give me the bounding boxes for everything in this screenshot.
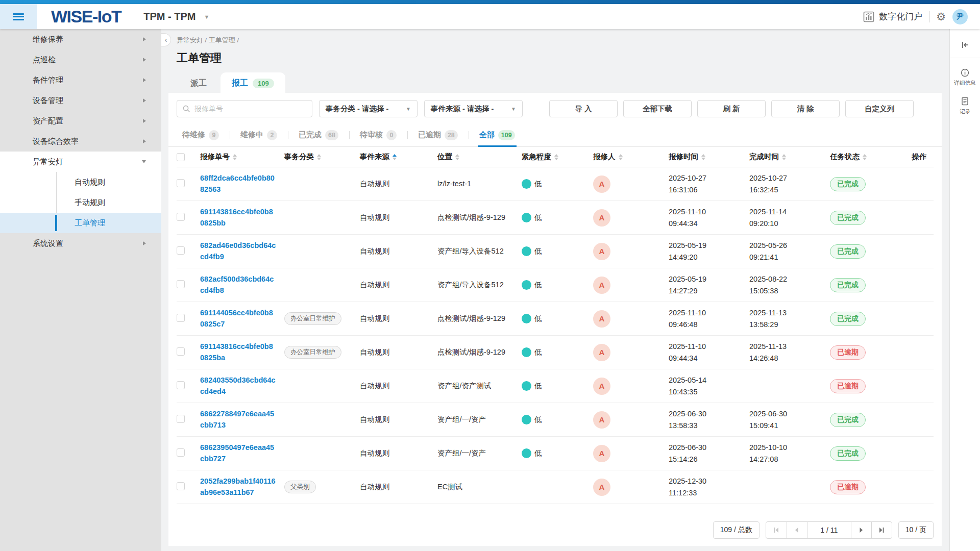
menu-toggle-button[interactable] [0, 4, 37, 29]
urgency-label: 低 [534, 381, 542, 391]
reporter-avatar: A [593, 378, 610, 395]
filter-toolbar: 事务分类 - 请选择 - ▼ 事件来源 - 请选择 - ▼ 导 入 全部下载 刷… [168, 93, 942, 123]
urgency-cell: 低 [522, 314, 593, 323]
chevron-right-icon [143, 98, 146, 103]
tab-report[interactable]: 报工 109 [220, 72, 285, 94]
row-checkbox[interactable] [177, 415, 185, 423]
status-tab-completed[interactable]: 已完成 68 [288, 123, 349, 146]
order-id-link[interactable]: 2052fa299bab1f40116ab96e53a11b67 [200, 476, 284, 498]
sidebar-item-equipment[interactable]: 设备管理 [0, 90, 161, 111]
sidebar-item-system-settings[interactable]: 系统设置 [0, 233, 161, 254]
row-checkbox[interactable] [177, 213, 185, 221]
status-tab-repairing[interactable]: 维修中 2 [230, 123, 288, 146]
sidebar-item-asset-config[interactable]: 资产配置 [0, 111, 161, 131]
row-checkbox[interactable] [177, 314, 185, 322]
category-dropdown[interactable]: 事务分类 - 请选择 - ▼ [319, 100, 418, 117]
sidebar-subitem-work-orders[interactable]: 工单管理 [0, 213, 161, 233]
row-checkbox[interactable] [177, 448, 185, 457]
column-header-reporter[interactable]: 报修人 [593, 152, 669, 162]
sidebar-item-inspection[interactable]: 点巡检 [0, 49, 161, 70]
current-page-indicator: 1 / 11 [807, 522, 851, 538]
table-header-row: 报修单号 事务分类 事件来源 位置 紧急程度 [177, 147, 934, 167]
chevron-right-icon [143, 119, 146, 123]
row-checkbox[interactable] [177, 280, 185, 288]
urgency-dot [522, 415, 531, 424]
sidebar-subitem-auto-rules[interactable]: 自动规则 [0, 172, 161, 192]
panel-expand-button[interactable] [950, 29, 980, 58]
detail-info-button[interactable]: 详细信息 [954, 68, 976, 87]
custom-columns-button[interactable]: 自定义列 [845, 100, 914, 117]
status-tab-overdue[interactable]: 已逾期 28 [407, 123, 469, 146]
sidebar-item-andon[interactable]: 异常安灯 [0, 152, 161, 172]
row-checkbox[interactable] [177, 482, 185, 490]
sort-icon [701, 154, 705, 160]
column-header-order-id[interactable]: 报修单号 [200, 152, 284, 162]
urgency-label: 低 [534, 347, 542, 357]
source-dropdown[interactable]: 事件来源 - 请选择 - ▼ [424, 100, 523, 117]
status-tab-pending-review[interactable]: 待审核 0 [349, 123, 407, 146]
sort-icon [782, 154, 786, 160]
location-cell: EC测试 [437, 481, 522, 492]
order-id-link[interactable]: 682acf500d36cbd64ccd4fb8 [200, 274, 284, 296]
urgency-cell: 低 [522, 246, 593, 256]
reporter-cell: A [593, 344, 669, 361]
urgency-label: 低 [534, 314, 542, 323]
clear-button[interactable]: 清 除 [771, 100, 840, 117]
status-count-badge: 109 [498, 130, 515, 140]
order-id-link[interactable]: 68623950497e6eaa45cbb727 [200, 442, 284, 465]
sidebar-item-oee[interactable]: 设备综合效率 [0, 131, 161, 152]
column-header-category[interactable]: 事务分类 [284, 152, 360, 162]
last-page-button[interactable] [871, 522, 892, 538]
status-cell: 已完成 [830, 413, 912, 427]
download-all-button[interactable]: 全部下载 [623, 100, 692, 117]
column-header-source[interactable]: 事件来源 [360, 152, 437, 162]
row-checkbox[interactable] [177, 246, 185, 255]
reporter-cell: A [593, 378, 669, 395]
top-accent-bar [0, 0, 980, 4]
select-all-checkbox[interactable] [177, 153, 185, 161]
status-tab-pending-repair[interactable]: 待维修 9 [172, 123, 230, 146]
order-id-link[interactable]: 691143816cc4bfe0b80825ba [200, 341, 284, 364]
status-tab-all[interactable]: 全部 109 [469, 123, 526, 146]
workspace-selector[interactable]: TPM - TPM [143, 11, 195, 22]
column-header-urgency[interactable]: 紧急程度 [522, 152, 593, 162]
row-select-cell [177, 448, 200, 458]
urgency-label: 低 [534, 280, 542, 290]
first-page-button[interactable] [766, 522, 787, 538]
row-select-cell [177, 314, 200, 323]
sidebar-item-maintenance[interactable]: 维修保养 [0, 29, 161, 49]
order-id-link[interactable]: 682403550d36cbd64ccd4ed4 [200, 375, 284, 397]
order-id-link[interactable]: 691143816cc4bfe0b80825bb [200, 207, 284, 229]
sidebar-subitem-manual-rules[interactable]: 手动规则 [0, 192, 161, 213]
search-box[interactable] [177, 100, 312, 117]
digital-portal-button[interactable]: 数字化门户 [863, 11, 922, 22]
row-checkbox[interactable] [177, 381, 185, 389]
column-header-status[interactable]: 任务状态 [830, 152, 912, 162]
order-id-cell: 68ff2dca6cc4bfe0b8082563 [200, 173, 284, 195]
column-header-location[interactable]: 位置 [437, 152, 522, 162]
import-button[interactable]: 导 入 [549, 100, 618, 117]
order-id-link[interactable]: 68622788497e6eaa45cbb713 [200, 409, 284, 431]
category-tag: 办公室日常维护 [284, 346, 341, 359]
row-checkbox[interactable] [177, 179, 185, 187]
record-button[interactable]: 记录 [960, 97, 970, 115]
location-cell: lz/lz-test-1 [437, 178, 522, 189]
sort-icon [554, 154, 558, 160]
tab-dispatch[interactable]: 派工 [177, 72, 220, 94]
order-id-link[interactable]: 682ad46e0d36cbd64ccd4fb9 [200, 240, 284, 263]
next-page-button[interactable] [851, 522, 871, 538]
user-avatar[interactable]: 尹 [952, 9, 968, 24]
workspace-caret-icon[interactable]: ▼ [204, 14, 209, 20]
prev-page-button[interactable] [787, 522, 807, 538]
order-id-link[interactable]: 68ff2dca6cc4bfe0b8082563 [200, 173, 284, 195]
search-input[interactable] [194, 105, 307, 113]
source-cell: 自动规则 [360, 347, 437, 357]
row-checkbox[interactable] [177, 347, 185, 356]
column-header-complete-time[interactable]: 完成时间 [749, 152, 830, 162]
sidebar-item-spare-parts[interactable]: 备件管理 [0, 70, 161, 90]
status-badge: 已完成 [830, 446, 866, 461]
settings-gear-icon[interactable]: ⚙ [936, 11, 946, 22]
column-header-report-time[interactable]: 报修时间 [669, 152, 749, 162]
refresh-button[interactable]: 刷 新 [697, 100, 766, 117]
order-id-link[interactable]: 691144056cc4bfe0b80825c7 [200, 308, 284, 330]
